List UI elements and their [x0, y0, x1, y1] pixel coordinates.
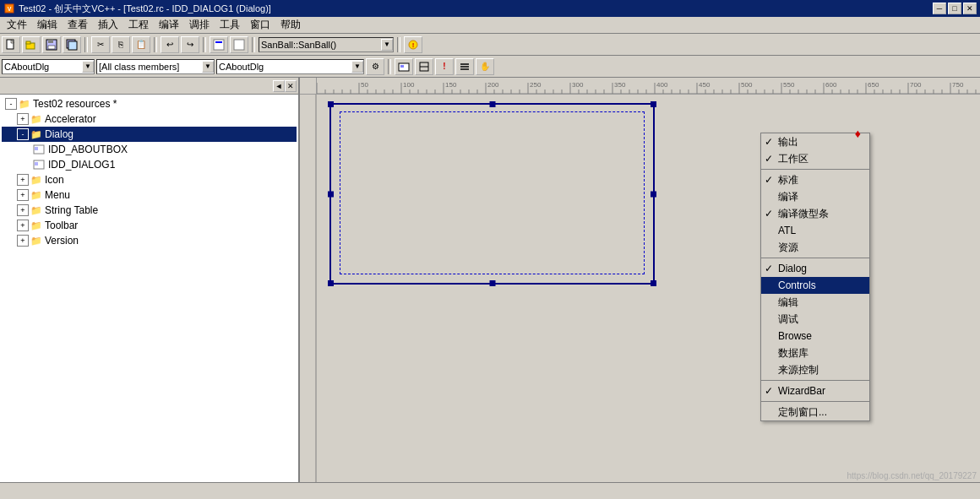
- status-bar: [0, 482, 980, 499]
- menu-view[interactable]: 查看: [63, 16, 93, 34]
- copy-button[interactable]: ⎘: [112, 36, 130, 53]
- members-combo[interactable]: [All class members] ▼: [96, 59, 215, 74]
- tree-idd-aboutbox[interactable]: IDD_ABOUTBOX: [2, 142, 297, 157]
- dialog-label: Dialog: [45, 128, 74, 140]
- dialog-expander[interactable]: -: [17, 128, 29, 140]
- ctx-output[interactable]: ✓ 输出: [761, 133, 869, 150]
- close-panel-btn[interactable]: ✕: [285, 80, 297, 92]
- handle-top[interactable]: [489, 101, 495, 107]
- handle-tr[interactable]: [651, 101, 656, 107]
- ctx-source-ctrl-label: 来源控制: [778, 363, 819, 377]
- tree-root[interactable]: - 📁 Test02 resources *: [2, 96, 297, 111]
- redo-button[interactable]: ↪: [181, 36, 199, 53]
- check-output: ✓: [765, 136, 773, 148]
- menu-project[interactable]: 工程: [123, 16, 154, 34]
- menu-edit[interactable]: 编辑: [32, 16, 63, 34]
- tb-btn2[interactable]: [415, 58, 433, 75]
- tree-icon[interactable]: + 📁 Icon: [2, 172, 297, 187]
- handle-br[interactable]: [651, 280, 656, 286]
- minimize-button[interactable]: ─: [933, 3, 946, 14]
- dialog-window[interactable]: [329, 103, 655, 285]
- menu-expander[interactable]: +: [17, 189, 29, 201]
- tb-btn1[interactable]: [395, 58, 413, 75]
- open-button[interactable]: [22, 36, 41, 53]
- menu-insert[interactable]: 插入: [93, 16, 123, 34]
- icon-expander[interactable]: +: [17, 174, 29, 186]
- menu-help[interactable]: 帮助: [275, 16, 306, 34]
- handle-bottom[interactable]: [489, 280, 495, 286]
- context-menu: ♦ ✓ 输出 ✓ 工作区 ✓ 标准 编译 ✓ 编译微型条 ATL: [760, 133, 870, 421]
- ctx-browse[interactable]: Browse: [761, 328, 869, 344]
- menu-window[interactable]: 窗口: [245, 16, 275, 34]
- undo-button[interactable]: ↩: [161, 36, 179, 53]
- ctx-customize[interactable]: 定制窗口...: [761, 404, 869, 420]
- ctx-database[interactable]: 数据库: [761, 344, 869, 361]
- collapse-btn[interactable]: ◄: [273, 80, 285, 92]
- save-all-button[interactable]: [63, 36, 81, 53]
- class-combo-arrow[interactable]: ▼: [82, 61, 94, 73]
- tb-btn5[interactable]: ✋: [476, 58, 494, 75]
- paste-button[interactable]: 📋: [132, 36, 150, 53]
- root-expander[interactable]: -: [5, 98, 17, 110]
- save-button[interactable]: [42, 36, 61, 53]
- stringtable-expander[interactable]: +: [17, 204, 29, 216]
- tb-btn4[interactable]: [455, 58, 474, 75]
- tree-idd-dialog1[interactable]: IDD_DIALOG1: [2, 157, 297, 172]
- ctx-edit[interactable]: 编辑: [761, 294, 869, 311]
- dialog-canvas[interactable]: [317, 95, 980, 482]
- cut-button[interactable]: ✂: [91, 36, 110, 53]
- members-combo-arrow[interactable]: ▼: [202, 61, 214, 73]
- ctx-standard[interactable]: ✓ 标准: [761, 171, 869, 188]
- tree-version[interactable]: + 📁 Version: [2, 233, 297, 248]
- menu-layout[interactable]: 调排: [184, 16, 215, 34]
- tree-accelerator[interactable]: + 📁 Accelerator: [2, 111, 297, 127]
- function-combo[interactable]: SanBall::SanBall() ▼: [259, 37, 394, 52]
- ctx-debug[interactable]: 调试: [761, 311, 869, 328]
- menu-build[interactable]: 编译: [154, 16, 184, 34]
- ctx-build-mini[interactable]: ✓ 编译微型条: [761, 205, 869, 222]
- dialog-inner[interactable]: [340, 111, 645, 274]
- menu-file[interactable]: 文件: [2, 16, 32, 34]
- tree-dialog[interactable]: - 📁 Dialog: [2, 127, 297, 142]
- resource-btn2[interactable]: [230, 36, 248, 53]
- tree-string-table[interactable]: + 📁 String Table: [2, 203, 297, 218]
- ctx-source-ctrl[interactable]: 来源控制: [761, 361, 869, 378]
- handle-bl[interactable]: [328, 280, 334, 286]
- ctx-resources[interactable]: 资源: [761, 239, 869, 256]
- tree-root-label: Test02 resources *: [33, 98, 117, 110]
- toolbar-expander[interactable]: +: [17, 220, 29, 231]
- tb-btn3[interactable]: !: [435, 58, 454, 75]
- ctx-dialog[interactable]: ✓ Dialog: [761, 260, 869, 277]
- settings-btn[interactable]: ⚙: [366, 58, 384, 75]
- tree-toolbar[interactable]: + 📁 Toolbar: [2, 218, 297, 233]
- ctx-controls[interactable]: Controls: [761, 277, 869, 294]
- handle-tl[interactable]: [328, 101, 334, 107]
- dialog-frame[interactable]: [329, 103, 655, 285]
- ctx-atl[interactable]: ATL: [761, 222, 869, 239]
- new-button[interactable]: [2, 36, 20, 53]
- aboutbox-label: IDD_ABOUTBOX: [48, 144, 128, 155]
- handle-right[interactable]: [651, 191, 656, 197]
- ctx-workspace[interactable]: ✓ 工作区: [761, 150, 869, 167]
- ctx-wizardbar[interactable]: ✓ WizardBar: [761, 382, 869, 399]
- version-expander[interactable]: +: [17, 235, 29, 247]
- function-combo2-arrow[interactable]: ▼: [351, 61, 363, 73]
- ctx-compile[interactable]: 编译: [761, 188, 869, 205]
- maximize-button[interactable]: □: [948, 3, 961, 14]
- resource-btn1[interactable]: [210, 36, 228, 53]
- ctx-edit-label: 编辑: [778, 296, 798, 310]
- tree-menu[interactable]: + 📁 Menu: [2, 187, 297, 203]
- function-combo2[interactable]: CAboutDlg ▼: [216, 59, 364, 74]
- svg-rect-26: [317, 78, 980, 94]
- function-combo-arrow[interactable]: ▼: [381, 39, 393, 51]
- resource-tree[interactable]: - 📁 Test02 resources * + 📁 Accelerator -…: [0, 95, 298, 482]
- check-build-mini: ✓: [765, 208, 773, 220]
- toolbar-label: Toolbar: [45, 220, 78, 231]
- wizard-btn[interactable]: !: [404, 36, 422, 53]
- accelerator-expander[interactable]: +: [17, 113, 29, 125]
- check-wizardbar: ✓: [765, 385, 773, 397]
- menu-tools[interactable]: 工具: [215, 16, 245, 34]
- handle-left[interactable]: [328, 191, 334, 197]
- close-button[interactable]: ✕: [963, 3, 977, 14]
- class-combo[interactable]: CAboutDlg ▼: [2, 59, 95, 74]
